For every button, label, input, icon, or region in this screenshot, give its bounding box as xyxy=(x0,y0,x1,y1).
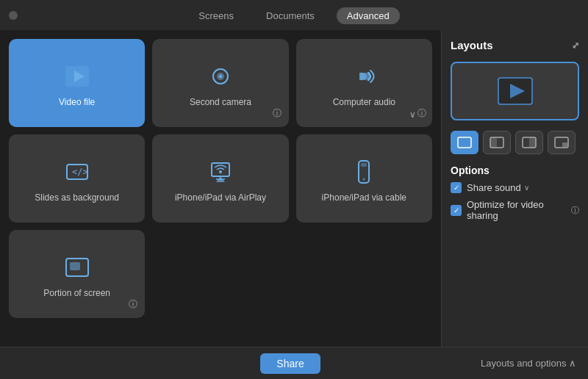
window-dot-close xyxy=(9,11,18,20)
svg-rect-20 xyxy=(490,137,497,148)
layout-btn-pip[interactable] xyxy=(548,131,576,154)
video-file-icon xyxy=(62,62,92,91)
share-button[interactable]: Share xyxy=(260,353,320,374)
portion-screen-info-icon[interactable]: ⓘ xyxy=(129,298,137,311)
right-panel: Layouts ⤢ xyxy=(441,30,588,347)
footer: Share Layouts and options ∧ xyxy=(0,347,588,379)
second-camera-icon xyxy=(206,62,235,91)
layout-buttons xyxy=(451,131,579,154)
computer-audio-info-icon[interactable]: ⓘ xyxy=(417,107,426,120)
option-share-sound: ✓ Share sound ∨ xyxy=(451,182,579,193)
source-portion-screen[interactable]: Portion of screen ⓘ xyxy=(9,230,145,318)
source-slides-label: Slides as background xyxy=(35,192,119,203)
share-sound-dropdown[interactable]: ∨ xyxy=(524,184,529,192)
svg-marker-5 xyxy=(359,73,365,80)
source-airplay-label: iPhone/iPad via AirPlay xyxy=(175,192,266,203)
layout-btn-side-left[interactable] xyxy=(483,131,511,154)
tab-screens[interactable]: Screens xyxy=(188,7,244,24)
svg-point-10 xyxy=(219,170,222,173)
layout-btn-single[interactable] xyxy=(451,131,478,154)
svg-text:</>: </> xyxy=(72,167,88,177)
layout-preview-icon xyxy=(497,76,534,106)
main-area: Video file Second camera ⓘ Computer audi… xyxy=(0,30,588,347)
portion-screen-icon xyxy=(62,253,92,282)
source-ipad-airplay[interactable]: iPhone/iPad via AirPlay xyxy=(152,134,288,223)
source-video-file-label: Video file xyxy=(59,97,95,107)
share-sound-checkbox[interactable]: ✓ xyxy=(451,182,462,193)
svg-point-13 xyxy=(363,178,365,181)
computer-audio-icon xyxy=(349,62,379,91)
option-optimize-video: ✓ Optimize for video sharing ⓘ xyxy=(451,199,579,221)
source-grid: Video file Second camera ⓘ Computer audi… xyxy=(0,30,441,347)
layout-preview xyxy=(451,62,579,120)
optimize-video-label: Optimize for video sharing ⓘ xyxy=(467,199,579,221)
airplay-icon xyxy=(206,157,235,187)
source-video-file[interactable]: Video file xyxy=(9,39,145,127)
source-portion-label: Portion of screen xyxy=(43,288,110,298)
options-section: Options ✓ Share sound ∨ ✓ Optimize for v… xyxy=(451,165,579,221)
optimize-video-checkbox[interactable]: ✓ xyxy=(451,205,462,216)
svg-rect-22 xyxy=(529,137,536,148)
svg-point-4 xyxy=(219,75,222,78)
source-computer-audio-label: Computer audio xyxy=(333,97,395,107)
svg-rect-24 xyxy=(562,142,567,147)
layouts-options-link[interactable]: Layouts and options ∧ xyxy=(481,358,576,369)
svg-rect-18 xyxy=(458,137,471,148)
slides-background-icon: </> xyxy=(62,157,92,187)
tab-advanced[interactable]: Advanced xyxy=(337,7,400,24)
source-ipad-cable[interactable]: iPhone/iPad via cable xyxy=(296,134,432,223)
layouts-title-text: Layouts xyxy=(451,39,493,51)
header: Screens Documents Advanced xyxy=(0,0,588,30)
optimize-video-info-icon[interactable]: ⓘ xyxy=(571,205,579,216)
source-cable-label: iPhone/iPad via cable xyxy=(322,192,406,203)
computer-audio-dropdown-icon[interactable]: ∨ xyxy=(409,109,416,120)
options-title: Options xyxy=(451,165,579,176)
source-second-camera[interactable]: Second camera ⓘ xyxy=(152,39,288,127)
tab-documents[interactable]: Documents xyxy=(256,7,325,24)
source-computer-audio[interactable]: Computer audio ∨ ⓘ xyxy=(296,39,432,127)
layouts-section-title: Layouts ⤢ xyxy=(451,39,579,51)
window-controls xyxy=(9,11,18,20)
source-slides-background[interactable]: </> Slides as background xyxy=(9,134,145,223)
svg-rect-15 xyxy=(70,262,80,270)
second-camera-info-icon[interactable]: ⓘ xyxy=(273,107,282,120)
cable-icon xyxy=(349,157,379,187)
layout-btn-side-right[interactable] xyxy=(515,131,543,154)
share-sound-label: Share sound ∨ xyxy=(467,182,529,193)
svg-rect-12 xyxy=(361,163,367,167)
expand-icon[interactable]: ⤢ xyxy=(572,40,579,51)
source-second-camera-label: Second camera xyxy=(190,97,251,107)
